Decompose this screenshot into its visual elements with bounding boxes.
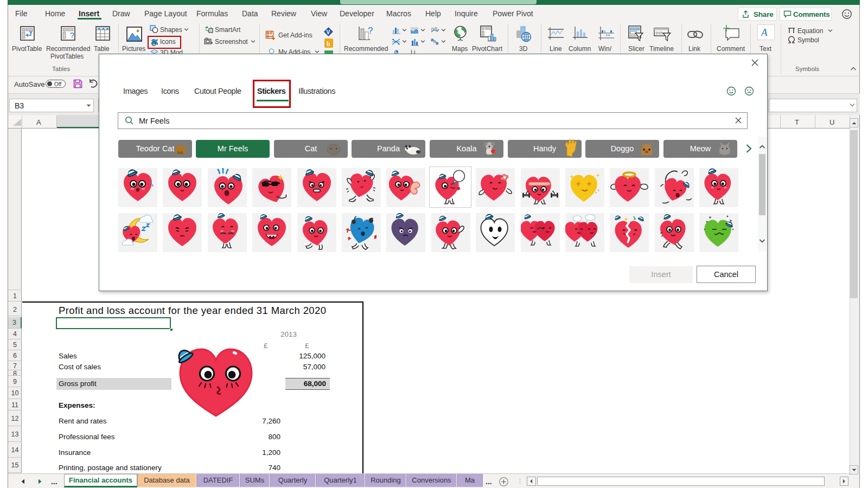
svg-text:A: A	[761, 27, 768, 38]
svg-text:?: ?	[368, 26, 373, 36]
svg-text:V: V	[327, 29, 330, 35]
svg-text:?: ?	[70, 31, 74, 40]
svg-text:b: b	[327, 40, 330, 48]
